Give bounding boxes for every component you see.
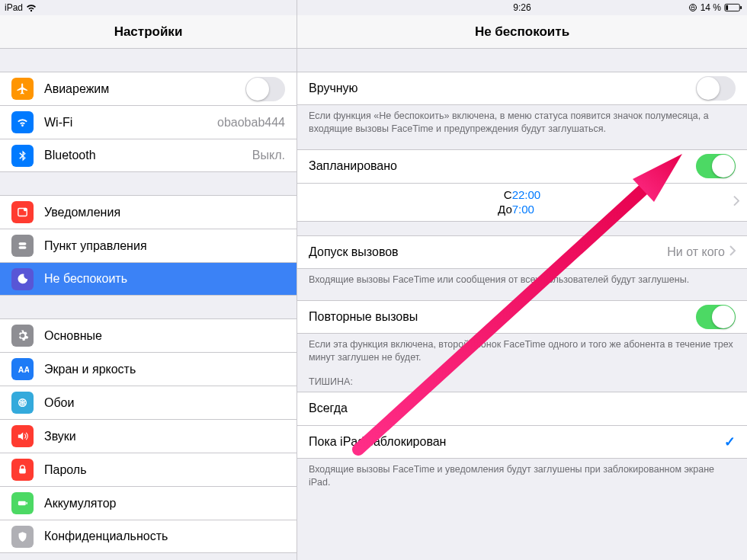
wifi-icon — [26, 4, 37, 12]
passcode-label: Пароль — [44, 463, 285, 477]
svg-rect-16 — [740, 6, 742, 9]
group-connectivity: Авиарежим Wi-Fi obaobab444 Bluetooth Вык… — [0, 72, 297, 172]
bluetooth-label: Bluetooth — [44, 149, 252, 162]
lock-icon — [11, 459, 34, 481]
row-display[interactable]: AA Экран и яркость — [0, 352, 297, 386]
wifi-value: obaobab444 — [217, 116, 285, 130]
always-label: Всегда — [309, 402, 736, 415]
battery-label: Аккумулятор — [44, 497, 285, 510]
to-label: До — [498, 203, 512, 217]
svg-rect-2 — [19, 242, 27, 245]
repeat-label: Повторные вызовы — [309, 310, 696, 324]
battery-status-icon — [724, 3, 742, 12]
repeat-toggle[interactable] — [696, 305, 736, 329]
group-notifications: Уведомления Пункт управления Не беспокои… — [0, 195, 297, 296]
chevron-right-icon — [729, 245, 736, 259]
row-sounds[interactable]: Звуки — [0, 419, 297, 453]
row-silence-locked[interactable]: Пока iPad заблокирован ✓ — [297, 425, 747, 459]
device-label: iPad — [5, 2, 23, 13]
bluetooth-icon — [11, 145, 34, 167]
row-schedule-times[interactable]: С 22:00 До 7:00 — [297, 183, 747, 222]
scheduled-label: Запланировано — [309, 159, 696, 173]
row-bluetooth[interactable]: Bluetooth Выкл. — [0, 139, 297, 172]
svg-rect-12 — [26, 502, 27, 504]
wallpaper-icon — [11, 392, 34, 414]
locked-label: Пока iPad заблокирован — [309, 435, 724, 449]
row-manual[interactable]: Вручную — [297, 72, 747, 105]
dnd-icon — [11, 268, 34, 290]
status-bar-left: iPad — [0, 0, 297, 15]
to-value: 7:00 — [512, 203, 534, 217]
row-dnd[interactable]: Не беспокоить — [0, 262, 297, 296]
row-allow-calls[interactable]: Допуск вызовов Ни от кого — [297, 235, 747, 269]
status-bar-right: 9:26 14 % — [297, 0, 747, 15]
svg-rect-11 — [18, 501, 26, 506]
allow-note: Входящие вызовы FaceTime или сообщения о… — [297, 269, 747, 286]
silence-note: Входящие вызовы FaceTime и уведомления б… — [297, 459, 747, 489]
airplane-label: Авиарежим — [44, 82, 245, 96]
allow-label: Допуск вызовов — [309, 245, 667, 259]
right-header: Не беспокоить — [297, 15, 747, 49]
svg-rect-10 — [19, 469, 26, 473]
wallpaper-label: Обои — [44, 396, 285, 410]
orientation-lock-icon — [688, 3, 697, 12]
repeat-note: Если эта функция включена, второй звонок… — [297, 334, 747, 364]
notifications-label: Уведомления — [44, 206, 285, 219]
svg-rect-3 — [19, 246, 27, 249]
from-label: С — [504, 188, 512, 203]
bluetooth-value: Выкл. — [252, 149, 285, 162]
left-header: Настройки — [0, 15, 297, 49]
row-control-center[interactable]: Пункт управления — [0, 229, 297, 262]
row-airplane[interactable]: Авиарежим — [0, 72, 297, 105]
control-center-label: Пункт управления — [44, 239, 285, 253]
wifi-settings-icon — [11, 111, 34, 133]
row-scheduled[interactable]: Запланировано — [297, 149, 747, 183]
row-notifications[interactable]: Уведомления — [0, 195, 297, 229]
detail-title: Не беспокоить — [475, 24, 569, 40]
chevron-right-icon — [733, 195, 739, 210]
display-icon: AA — [11, 358, 34, 380]
manual-toggle[interactable] — [696, 76, 736, 101]
clock: 9:26 — [513, 2, 531, 13]
display-label: Экран и яркость — [44, 363, 285, 376]
privacy-label: Конфиденциальность — [44, 530, 285, 543]
sounds-label: Звуки — [44, 430, 285, 443]
svg-text:AA: AA — [18, 365, 29, 374]
control-center-icon — [11, 235, 34, 257]
row-battery[interactable]: Аккумулятор — [0, 486, 297, 520]
wifi-label: Wi-Fi — [44, 116, 217, 130]
row-wallpaper[interactable]: Обои — [0, 386, 297, 419]
row-wifi[interactable]: Wi-Fi obaobab444 — [0, 105, 297, 139]
general-label: Основные — [44, 329, 285, 343]
row-privacy[interactable]: Конфиденциальность — [0, 520, 297, 553]
allow-value: Ни от кого — [667, 245, 725, 259]
svg-rect-15 — [726, 5, 728, 10]
notifications-icon — [11, 201, 34, 223]
airplane-icon — [11, 78, 34, 100]
airplane-toggle[interactable] — [245, 77, 285, 101]
battery-percentage: 14 % — [701, 2, 721, 13]
gear-icon — [11, 325, 34, 347]
scheduled-toggle[interactable] — [696, 154, 736, 178]
dnd-label: Не беспокоить — [44, 272, 285, 286]
row-passcode[interactable]: Пароль — [0, 453, 297, 486]
svg-point-6 — [21, 402, 24, 404]
silence-header: ТИШИНА: — [297, 364, 747, 392]
privacy-icon — [11, 526, 34, 548]
settings-title: Настройки — [114, 24, 183, 40]
row-repeat-calls[interactable]: Повторные вызовы — [297, 300, 747, 334]
from-value: 22:00 — [512, 188, 541, 203]
battery-icon — [11, 492, 34, 514]
manual-note: Если функция «Не беспокоить» включена, в… — [297, 105, 747, 136]
group-general: Основные AA Экран и яркость Обои — [0, 318, 297, 553]
row-silence-always[interactable]: Всегда — [297, 392, 747, 425]
row-general[interactable]: Основные — [0, 318, 297, 352]
check-icon: ✓ — [724, 434, 736, 450]
sounds-icon — [11, 425, 34, 447]
svg-point-1 — [24, 208, 27, 212]
manual-label: Вручную — [309, 82, 696, 95]
